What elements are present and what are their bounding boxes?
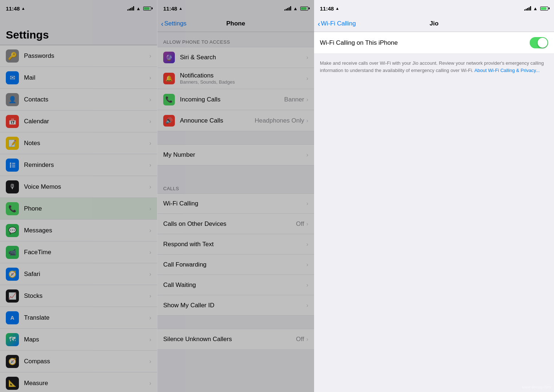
settings-item-measure[interactable]: 📐 Measure ›	[0, 372, 157, 392]
settings-item-maps[interactable]: 🗺 Maps ›	[0, 329, 157, 351]
notifications-label: Notifications	[180, 72, 306, 79]
phone-item-my-number[interactable]: My Number ›	[157, 144, 314, 165]
status-icons-1: ▲	[127, 6, 151, 11]
back-chevron-icon-3: ‹	[318, 20, 320, 27]
battery-3	[540, 7, 548, 11]
svg-rect-4	[12, 165, 15, 165]
measure-icon: 📐	[6, 377, 19, 390]
settings-item-mail[interactable]: ✉ Mail ›	[0, 67, 157, 89]
settings-item-compass[interactable]: 🧭 Compass ›	[0, 351, 157, 372]
wifi-calling-privacy-link[interactable]: About Wi-Fi Calling & Privacy...	[474, 68, 540, 73]
settings-item-facetime[interactable]: 📹 FaceTime ›	[0, 241, 157, 263]
chevron-call-forwarding: ›	[306, 261, 308, 268]
settings-item-stocks[interactable]: 📈 Stocks ›	[0, 285, 157, 307]
status-icons-2: ▲	[284, 6, 308, 11]
gap-3	[157, 316, 314, 329]
settings-item-messages[interactable]: 💬 Messages ›	[0, 220, 157, 241]
phone-list: ALLOW PHONE TO ACCESS 🔮 Siri & Search › …	[157, 32, 314, 392]
phone-item-announce-calls[interactable]: 🔊 Announce Calls Headphones Only ›	[157, 110, 314, 131]
settings-item-calendar[interactable]: 📅 Calendar ›	[0, 111, 157, 132]
settings-panel: 11:48 ▲ ▲ Settings 🔑 Passwords ›	[0, 0, 157, 392]
chevron-siri: ›	[306, 54, 308, 61]
chevron-compass: ›	[149, 358, 151, 365]
phone-item-respond-text[interactable]: Respond with Text ›	[157, 234, 314, 255]
gap-1	[157, 131, 314, 144]
compass-label: Compass	[24, 358, 149, 365]
announce-calls-value: Headphones Only	[255, 117, 304, 124]
calls-other-value: Off	[296, 220, 304, 228]
wifi-calling-back-button[interactable]: ‹ Wi-Fi Calling	[318, 20, 356, 27]
signal-bars-3	[524, 6, 531, 11]
maps-label: Maps	[24, 336, 149, 343]
reminders-label: Reminders	[24, 161, 149, 169]
contacts-label: Contacts	[24, 96, 149, 103]
notifications-icon: 🔔	[163, 73, 175, 84]
svg-rect-3	[12, 163, 15, 164]
mail-label: Mail	[24, 74, 149, 81]
settings-item-notes[interactable]: 📝 Notes ›	[0, 132, 157, 154]
location-icon-3: ▲	[335, 6, 339, 11]
toggle-knob	[538, 38, 547, 48]
phone-item-silence-unknown[interactable]: Silence Unknown Callers Off ›	[157, 329, 314, 349]
signal-bars-2	[284, 6, 291, 11]
incoming-calls-value: Banner	[284, 96, 304, 103]
wifi-calling-toggle[interactable]	[530, 37, 548, 48]
stocks-icon: 📈	[6, 289, 19, 303]
respond-text-label: Respond with Text	[163, 241, 306, 248]
calendar-icon: 📅	[6, 115, 19, 128]
contacts-icon: 👤	[6, 93, 19, 106]
settings-back-button[interactable]: ‹ Settings	[161, 20, 186, 27]
incoming-calls-icon: 📞	[163, 94, 175, 105]
wifi-icon-3: ▲	[533, 6, 538, 11]
notifications-sublabel: Banners, Sounds, Badges	[180, 79, 306, 85]
settings-title: Settings	[6, 29, 49, 41]
settings-item-passwords[interactable]: 🔑 Passwords ›	[0, 45, 157, 67]
chevron-contacts: ›	[149, 96, 151, 103]
phone-nav-bar: ‹ Settings Phone	[157, 16, 314, 32]
signal-bars-1	[127, 6, 134, 11]
chevron-notifications: ›	[306, 75, 308, 82]
chevron-call-waiting: ›	[306, 282, 308, 288]
phone-item-siri[interactable]: 🔮 Siri & Search ›	[157, 47, 314, 68]
call-forwarding-label: Call Forwarding	[163, 261, 306, 268]
status-bar-2: 11:48 ▲ ▲	[157, 0, 314, 16]
messages-label: Messages	[24, 227, 149, 234]
notes-label: Notes	[24, 140, 149, 147]
phone-item-wifi-calling[interactable]: Wi-Fi Calling ›	[157, 193, 314, 214]
chevron-mail: ›	[149, 75, 151, 81]
status-bar-1: 11:48 ▲ ▲	[0, 0, 157, 16]
phone-item-incoming-calls[interactable]: 📞 Incoming Calls Banner ›	[157, 89, 314, 110]
wifi-icon-1: ▲	[136, 6, 141, 11]
settings-item-safari[interactable]: 🧭 Safari ›	[0, 263, 157, 285]
call-waiting-label: Call Waiting	[163, 281, 306, 289]
chevron-phone: ›	[149, 205, 151, 212]
announce-calls-label: Announce Calls	[180, 117, 255, 124]
phone-item-caller-id[interactable]: Show My Caller ID ›	[157, 295, 314, 316]
settings-item-voice-memos[interactable]: 🎙 Voice Memos ›	[0, 176, 157, 198]
safari-icon: 🧭	[6, 268, 19, 281]
location-icon-2: ▲	[178, 6, 182, 11]
phone-item-call-waiting[interactable]: Call Waiting ›	[157, 275, 314, 295]
notes-icon: 📝	[6, 137, 19, 150]
status-bar-3: 11:48 ▲ ▲	[314, 0, 554, 16]
back-label: Settings	[164, 20, 186, 27]
jio-panel: 11:48 ▲ ▲ ‹ Wi-Fi Calling Jio Wi-Fi Call…	[314, 0, 554, 392]
chevron-incoming-calls: ›	[306, 96, 308, 103]
settings-item-contacts[interactable]: 👤 Contacts ›	[0, 89, 157, 111]
phone-item-calls-other[interactable]: Calls on Other Devices Off ›	[157, 214, 314, 234]
calls-section-header: CALLS	[157, 179, 314, 193]
phone-item-call-forwarding[interactable]: Call Forwarding ›	[157, 255, 314, 275]
chevron-announce-calls: ›	[306, 117, 308, 124]
translate-label: Translate	[24, 314, 149, 321]
reminders-icon	[6, 159, 19, 172]
calls-other-label: Calls on Other Devices	[163, 220, 296, 228]
settings-item-translate[interactable]: A Translate ›	[0, 307, 157, 329]
phone-item-notifications[interactable]: 🔔 Notifications Banners, Sounds, Badges …	[157, 68, 314, 89]
chevron-calls-other: ›	[306, 221, 308, 227]
svg-point-0	[10, 163, 11, 164]
passwords-label: Passwords	[24, 52, 149, 60]
settings-item-phone[interactable]: 📞 Phone ›	[0, 198, 157, 220]
maps-icon: 🗺	[6, 333, 19, 346]
wifi-icon-2: ▲	[293, 6, 298, 11]
settings-item-reminders[interactable]: Reminders ›	[0, 154, 157, 176]
